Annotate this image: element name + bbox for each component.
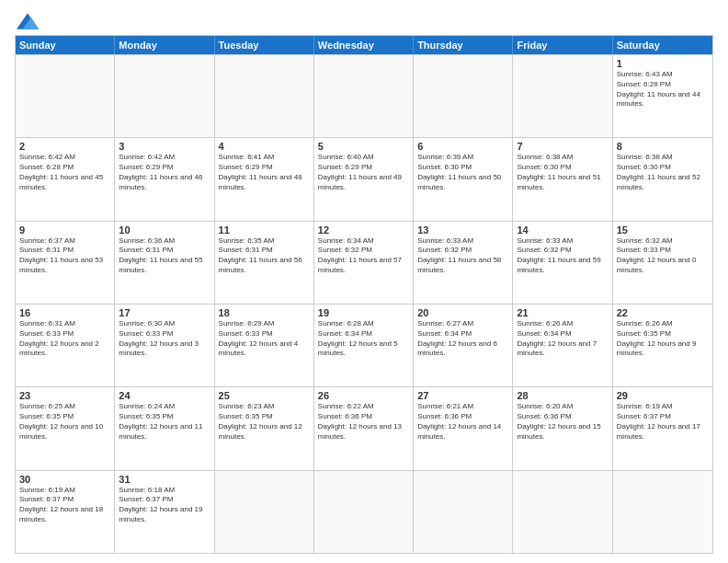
day-info: Sunrise: 6:32 AM Sunset: 6:33 PM Dayligh… xyxy=(617,236,709,276)
calendar-cell-r2-c4: 13Sunrise: 6:33 AM Sunset: 6:32 PM Dayli… xyxy=(414,222,513,304)
calendar-cell-r0-c3 xyxy=(314,55,414,137)
calendar-cell-r1-c0: 2Sunrise: 6:42 AM Sunset: 6:28 PM Daylig… xyxy=(16,138,115,220)
day-number: 20 xyxy=(417,307,508,318)
calendar-cell-r5-c3 xyxy=(314,471,414,553)
calendar: SundayMondayTuesdayWednesdayThursdayFrid… xyxy=(15,35,713,554)
calendar-row-3: 16Sunrise: 6:31 AM Sunset: 6:33 PM Dayli… xyxy=(16,304,712,386)
calendar-row-2: 9Sunrise: 6:37 AM Sunset: 6:31 PM Daylig… xyxy=(16,221,712,304)
day-number: 31 xyxy=(119,474,210,485)
day-info: Sunrise: 6:40 AM Sunset: 6:29 PM Dayligh… xyxy=(318,153,409,192)
day-info: Sunrise: 6:19 AM Sunset: 6:37 PM Dayligh… xyxy=(617,402,709,442)
day-info: Sunrise: 6:21 AM Sunset: 6:36 PM Dayligh… xyxy=(417,402,508,442)
day-info: Sunrise: 6:38 AM Sunset: 6:30 PM Dayligh… xyxy=(517,153,608,192)
calendar-row-4: 23Sunrise: 6:25 AM Sunset: 6:35 PM Dayli… xyxy=(16,386,712,469)
day-info: Sunrise: 6:18 AM Sunset: 6:37 PM Dayligh… xyxy=(119,486,210,525)
day-number: 2 xyxy=(19,141,110,152)
calendar-cell-r3-c6: 22Sunrise: 6:26 AM Sunset: 6:35 PM Dayli… xyxy=(613,304,712,386)
calendar-cell-r0-c6: 1Sunrise: 6:43 AM Sunset: 6:28 PM Daylig… xyxy=(613,55,712,137)
day-number: 15 xyxy=(617,224,709,236)
day-number: 25 xyxy=(219,390,310,401)
header xyxy=(15,13,713,29)
calendar-cell-r1-c4: 6Sunrise: 6:39 AM Sunset: 6:30 PM Daylig… xyxy=(414,138,513,220)
day-number: 21 xyxy=(517,307,608,318)
calendar-cell-r2-c0: 9Sunrise: 6:37 AM Sunset: 6:31 PM Daylig… xyxy=(16,222,115,304)
calendar-cell-r3-c2: 18Sunrise: 6:29 AM Sunset: 6:33 PM Dayli… xyxy=(215,304,314,386)
day-number: 23 xyxy=(19,390,110,401)
calendar-cell-r2-c6: 15Sunrise: 6:32 AM Sunset: 6:33 PM Dayli… xyxy=(613,222,712,304)
day-number: 29 xyxy=(617,390,709,401)
day-number: 30 xyxy=(19,474,110,485)
calendar-cell-r3-c3: 19Sunrise: 6:28 AM Sunset: 6:34 PM Dayli… xyxy=(314,304,414,386)
day-info: Sunrise: 6:26 AM Sunset: 6:35 PM Dayligh… xyxy=(617,319,709,359)
calendar-body: 1Sunrise: 6:43 AM Sunset: 6:28 PM Daylig… xyxy=(16,54,712,553)
day-number: 24 xyxy=(119,390,210,401)
calendar-row-0: 1Sunrise: 6:43 AM Sunset: 6:28 PM Daylig… xyxy=(16,54,712,137)
day-info: Sunrise: 6:23 AM Sunset: 6:35 PM Dayligh… xyxy=(219,402,310,442)
weekday-header-thursday: Thursday xyxy=(414,36,513,54)
page: SundayMondayTuesdayWednesdayThursdayFrid… xyxy=(0,0,728,563)
calendar-cell-r2-c5: 14Sunrise: 6:33 AM Sunset: 6:32 PM Dayli… xyxy=(513,222,612,304)
day-info: Sunrise: 6:36 AM Sunset: 6:31 PM Dayligh… xyxy=(119,236,210,276)
calendar-cell-r0-c0 xyxy=(16,55,115,137)
day-info: Sunrise: 6:43 AM Sunset: 6:28 PM Dayligh… xyxy=(617,70,709,109)
calendar-cell-r2-c2: 11Sunrise: 6:35 AM Sunset: 6:31 PM Dayli… xyxy=(215,222,314,304)
weekday-header-monday: Monday xyxy=(115,36,214,54)
calendar-cell-r4-c4: 27Sunrise: 6:21 AM Sunset: 6:36 PM Dayli… xyxy=(414,387,513,469)
calendar-cell-r5-c1: 31Sunrise: 6:18 AM Sunset: 6:37 PM Dayli… xyxy=(115,471,214,553)
calendar-cell-r5-c4 xyxy=(414,471,513,553)
calendar-row-5: 30Sunrise: 6:19 AM Sunset: 6:37 PM Dayli… xyxy=(16,470,712,553)
calendar-cell-r3-c1: 17Sunrise: 6:30 AM Sunset: 6:33 PM Dayli… xyxy=(115,304,214,386)
day-number: 9 xyxy=(19,224,110,236)
day-number: 8 xyxy=(617,141,709,152)
day-number: 27 xyxy=(417,390,508,401)
day-info: Sunrise: 6:25 AM Sunset: 6:35 PM Dayligh… xyxy=(19,402,110,442)
calendar-cell-r0-c1 xyxy=(115,55,214,137)
day-number: 6 xyxy=(417,141,508,152)
day-info: Sunrise: 6:39 AM Sunset: 6:30 PM Dayligh… xyxy=(417,153,508,192)
calendar-cell-r1-c3: 5Sunrise: 6:40 AM Sunset: 6:29 PM Daylig… xyxy=(314,138,414,220)
calendar-cell-r4-c1: 24Sunrise: 6:24 AM Sunset: 6:35 PM Dayli… xyxy=(115,387,214,469)
day-number: 28 xyxy=(517,390,608,401)
day-number: 16 xyxy=(19,307,110,318)
day-number: 14 xyxy=(517,224,608,236)
calendar-cell-r1-c1: 3Sunrise: 6:42 AM Sunset: 6:29 PM Daylig… xyxy=(115,138,214,220)
day-number: 3 xyxy=(119,141,210,152)
day-info: Sunrise: 6:24 AM Sunset: 6:35 PM Dayligh… xyxy=(119,402,210,442)
calendar-cell-r5-c0: 30Sunrise: 6:19 AM Sunset: 6:37 PM Dayli… xyxy=(16,471,115,553)
day-info: Sunrise: 6:28 AM Sunset: 6:34 PM Dayligh… xyxy=(318,319,409,359)
day-number: 10 xyxy=(119,224,210,236)
day-info: Sunrise: 6:41 AM Sunset: 6:29 PM Dayligh… xyxy=(219,153,310,192)
day-info: Sunrise: 6:42 AM Sunset: 6:28 PM Dayligh… xyxy=(19,153,110,192)
calendar-cell-r1-c2: 4Sunrise: 6:41 AM Sunset: 6:29 PM Daylig… xyxy=(215,138,314,220)
calendar-cell-r5-c6 xyxy=(613,471,712,553)
day-number: 19 xyxy=(318,307,409,318)
calendar-cell-r1-c5: 7Sunrise: 6:38 AM Sunset: 6:30 PM Daylig… xyxy=(513,138,612,220)
day-number: 18 xyxy=(219,307,310,318)
day-info: Sunrise: 6:19 AM Sunset: 6:37 PM Dayligh… xyxy=(19,486,110,525)
day-number: 13 xyxy=(417,224,508,236)
day-number: 4 xyxy=(219,141,310,152)
calendar-cell-r1-c6: 8Sunrise: 6:38 AM Sunset: 6:30 PM Daylig… xyxy=(613,138,712,220)
calendar-cell-r3-c5: 21Sunrise: 6:26 AM Sunset: 6:34 PM Dayli… xyxy=(513,304,612,386)
calendar-cell-r4-c6: 29Sunrise: 6:19 AM Sunset: 6:37 PM Dayli… xyxy=(613,387,712,469)
calendar-cell-r2-c1: 10Sunrise: 6:36 AM Sunset: 6:31 PM Dayli… xyxy=(115,222,214,304)
day-number: 7 xyxy=(517,141,608,152)
calendar-cell-r4-c2: 25Sunrise: 6:23 AM Sunset: 6:35 PM Dayli… xyxy=(215,387,314,469)
day-info: Sunrise: 6:33 AM Sunset: 6:32 PM Dayligh… xyxy=(417,236,508,276)
calendar-cell-r0-c5 xyxy=(513,55,612,137)
calendar-cell-r4-c0: 23Sunrise: 6:25 AM Sunset: 6:35 PM Dayli… xyxy=(16,387,115,469)
calendar-cell-r4-c5: 28Sunrise: 6:20 AM Sunset: 6:36 PM Dayli… xyxy=(513,387,612,469)
day-number: 1 xyxy=(617,58,709,69)
day-info: Sunrise: 6:26 AM Sunset: 6:34 PM Dayligh… xyxy=(517,319,608,359)
day-info: Sunrise: 6:29 AM Sunset: 6:33 PM Dayligh… xyxy=(219,319,310,359)
day-info: Sunrise: 6:30 AM Sunset: 6:33 PM Dayligh… xyxy=(119,319,210,359)
day-info: Sunrise: 6:37 AM Sunset: 6:31 PM Dayligh… xyxy=(19,236,110,276)
weekday-header-saturday: Saturday xyxy=(613,36,712,54)
day-number: 22 xyxy=(617,307,709,318)
day-info: Sunrise: 6:20 AM Sunset: 6:36 PM Dayligh… xyxy=(517,402,608,442)
day-info: Sunrise: 6:31 AM Sunset: 6:33 PM Dayligh… xyxy=(19,319,110,359)
day-number: 11 xyxy=(219,224,310,236)
logo-icon xyxy=(17,13,39,29)
day-info: Sunrise: 6:27 AM Sunset: 6:34 PM Dayligh… xyxy=(417,319,508,359)
logo xyxy=(15,13,39,29)
